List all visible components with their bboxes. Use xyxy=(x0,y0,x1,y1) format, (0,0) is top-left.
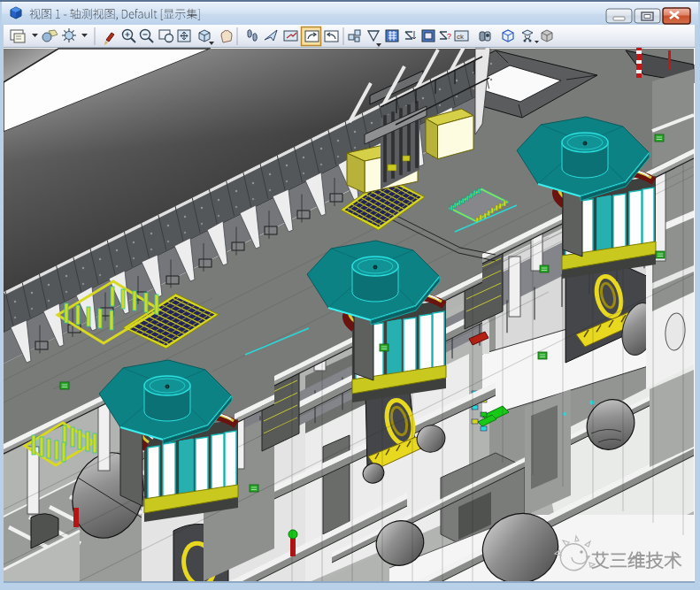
svg-text:?: ? xyxy=(447,32,451,41)
svg-text:ck: ck xyxy=(457,33,465,41)
